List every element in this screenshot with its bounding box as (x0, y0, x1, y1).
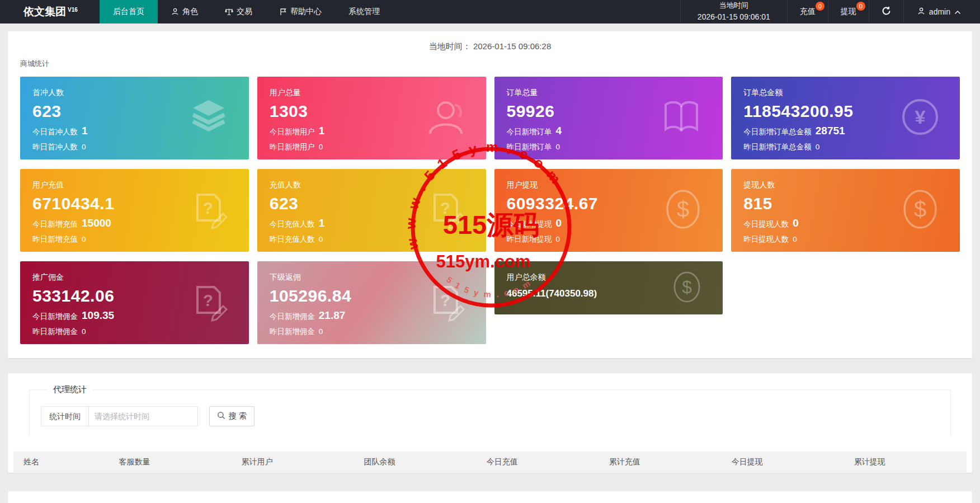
app-title: 依文集团 (23, 4, 66, 19)
card-yesterday-label: 昨日新增订单总金额 (743, 142, 812, 152)
document-question-icon: ? (427, 281, 466, 324)
local-time-label: 当地时间 (719, 1, 748, 11)
search-icon (217, 411, 225, 421)
card-today-label: 今日提现人数 (743, 219, 789, 229)
navbar-right: 当地时间 2026-01-15 09:06:01 充值 0 提现 0 adm (680, 0, 980, 23)
panel-time-label: 当地时间： (429, 41, 471, 51)
card-today-label: 今日新增订单 (507, 127, 552, 137)
panel-time-value: 2026-01-15 09:06:28 (473, 41, 551, 51)
card-today-value: 1 (82, 125, 88, 137)
menu-item-roles[interactable]: 角色 (158, 0, 211, 23)
svg-text:?: ? (440, 291, 450, 309)
document-question-icon: ? (427, 189, 466, 232)
bottom-panel-partial (8, 491, 972, 503)
stat-card-total-users: 用户总量 1303 今日新增用户1 昨日新增用户0 (257, 77, 486, 159)
card-yesterday-label: 昨日提现人数 (743, 234, 789, 245)
card-yesterday-label: 昨日新增用户 (270, 142, 315, 152)
stat-card-total-order-amount: 订单总金额 118543200.95 今日新增订单总金额28751 昨日新增订单… (731, 77, 960, 159)
menu-item-dashboard[interactable]: 后台首页 (100, 0, 158, 23)
card-title: 订单总金额 (743, 88, 960, 98)
panel-local-time: 当地时间： 2026-01-15 09:06:28 (8, 41, 972, 52)
svg-text:?: ? (203, 291, 213, 309)
card-yesterday-value: 0 (82, 143, 86, 151)
scales-icon (225, 8, 233, 16)
dollar-circle-icon: $ (901, 188, 940, 233)
flag-icon (279, 8, 287, 16)
top-navbar: 依文集团V16 后台首页 角色 交易 (0, 0, 980, 23)
recharge-button[interactable]: 充值 0 (788, 0, 828, 23)
card-yesterday-label: 昨日新增充值 (32, 234, 78, 245)
person-icon (171, 8, 179, 16)
search-button[interactable]: 搜 索 (209, 406, 255, 426)
card-today-value: 21.87 (319, 309, 346, 322)
local-time-value: 2026-01-15 09:06:01 (698, 11, 770, 22)
menu-item-label: 后台首页 (113, 7, 144, 17)
stat-time-input[interactable] (88, 406, 198, 426)
agent-filter-row: 统计时间 搜 索 (41, 406, 950, 426)
menu-item-trade[interactable]: 交易 (211, 0, 266, 23)
card-today-value: 4 (556, 125, 562, 137)
card-today-label: 今日新增佣金 (270, 312, 315, 322)
col-service-count: 客服数量 (109, 452, 231, 473)
stat-time-label: 统计时间 (41, 406, 89, 426)
col-today-withdraw: 今日提现 (722, 452, 844, 473)
menu-item-label: 交易 (237, 7, 252, 17)
menu-item-label: 系统管理 (348, 7, 380, 17)
card-yesterday-label: 昨日新增订单 (507, 142, 552, 152)
card-today-value: 0 (556, 217, 562, 229)
stat-card-user-recharge: 用户充值 6710434.1 今日新增充值15000 昨日新增充值0 ? (20, 169, 249, 252)
col-name: 姓名 (13, 452, 109, 473)
agent-stats-panel: 代理统计 统计时间 搜 索 姓名 客服数量 累计用户 团队余额 今日充值 (8, 373, 972, 473)
card-yesterday-label: 昨日首冲人数 (32, 142, 78, 152)
menu-item-label: 角色 (182, 7, 198, 17)
card-today-value: 1 (319, 125, 325, 137)
stat-card-first-recharge-users: 首冲人数 623 今日首冲人数1 昨日首冲人数0 (20, 77, 249, 159)
card-yesterday-value: 0 (319, 327, 323, 336)
card-yesterday-value: 0 (82, 327, 86, 336)
card-yesterday-value: 0 (82, 235, 86, 243)
agent-legend: 代理统计 (48, 384, 92, 395)
refresh-button[interactable] (869, 0, 904, 23)
svg-text:$: $ (682, 277, 692, 297)
col-total-withdraw: 累计提现 (844, 452, 967, 473)
card-yesterday-value: 0 (793, 235, 797, 243)
card-yesterday-value: 0 (556, 235, 560, 243)
card-yesterday-label: 昨日充值人数 (270, 234, 315, 245)
app-logo: 依文集团V16 (0, 0, 100, 23)
dollar-circle-icon: $ (671, 270, 703, 306)
card-yesterday-value: 0 (319, 235, 323, 243)
card-today-label: 今日新增佣金 (32, 312, 78, 322)
withdraw-badge: 0 (856, 2, 865, 11)
svg-text:$: $ (677, 197, 689, 222)
local-time-block: 当地时间 2026-01-15 09:06:01 (680, 0, 788, 23)
menu-item-system[interactable]: 系统管理 (335, 0, 393, 23)
refresh-icon (882, 6, 891, 17)
main-menu: 后台首页 角色 交易 帮 (100, 0, 393, 23)
card-today-label: 今日新增订单总金额 (743, 127, 812, 137)
withdraw-label: 提现 (841, 7, 856, 17)
card-today-value: 1 (319, 217, 325, 229)
col-today-recharge: 今日充值 (477, 452, 599, 473)
menu-item-label: 帮助中心 (290, 7, 322, 17)
search-button-label: 搜 索 (229, 411, 247, 421)
card-today-label: 今日首冲人数 (32, 127, 78, 137)
recharge-badge: 0 (816, 2, 824, 11)
col-team-balance: 团队余额 (354, 452, 477, 473)
card-yesterday-label: 昨日新增佣金 (270, 327, 315, 337)
card-today-label: 今日新增用户 (270, 127, 315, 137)
document-question-icon: ? (190, 189, 229, 232)
stat-card-withdraw-users: 提现人数 815 今日提现人数0 昨日提现人数0 $ (731, 169, 960, 252)
card-today-label: 今日新增充值 (32, 219, 78, 229)
stat-card-recharge-users: 充值人数 623 今日充值人数1 昨日充值人数0 ? (257, 169, 486, 252)
user-menu[interactable]: admin (904, 0, 980, 23)
card-yesterday-value: 0 (556, 143, 560, 151)
menu-item-help-center[interactable]: 帮助中心 (266, 0, 335, 23)
chevron-up-icon (954, 7, 961, 16)
users-icon (423, 97, 466, 139)
card-today-value: 28751 (816, 125, 845, 137)
card-today-label: 今日充值人数 (270, 219, 315, 229)
dollar-circle-icon: $ (663, 188, 703, 233)
stat-card-promo-commission: 推广佣金 533142.06 今日新增佣金109.35 昨日新增佣金0 ? (20, 261, 249, 344)
stat-card-user-total-balance: 用户总余额 46595.11(740350.98) $ (494, 261, 723, 314)
withdraw-button[interactable]: 提现 0 (828, 0, 869, 23)
